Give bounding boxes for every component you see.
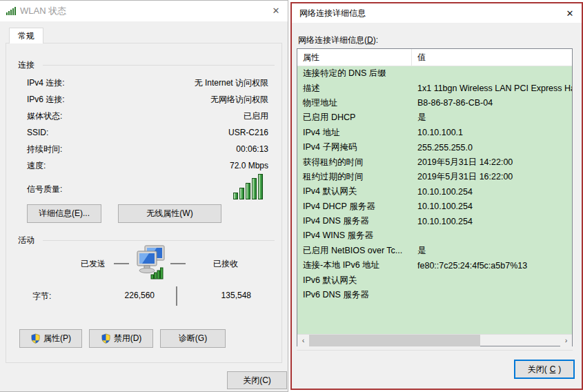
connection-row-value: 已启用 — [244, 110, 268, 122]
details-row[interactable]: IPv4 默认网关 10.10.100.254 — [297, 184, 572, 199]
properties-button-label: 属性(P) — [43, 333, 71, 344]
details-close-button[interactable]: 关闭(C) — [514, 360, 575, 379]
details-listview: 属性 值 连接特定的 DNS 后缀 描述 1x1 11bgn Wireless … — [297, 48, 573, 346]
bytes-sent-value: 226,560 — [27, 291, 155, 300]
divider — [114, 263, 129, 264]
column-header-value[interactable]: 值 — [412, 49, 572, 66]
details-row[interactable]: IPv4 DNS 服务器 10.10.100.254 — [297, 214, 572, 228]
connection-group-header: 连接 — [6, 59, 281, 71]
details-row-value: 10.10.100.1 — [412, 128, 572, 137]
details-row[interactable]: 连接特定的 DNS 后缀 — [297, 66, 572, 81]
details-row-value: 10.10.100.254 — [412, 217, 572, 226]
details-row[interactable]: IPv6 DNS 服务器 — [297, 288, 572, 302]
details-row-property: IPv4 默认网关 — [297, 186, 412, 197]
wlan-status-dialog: WLAN 状态 ✕ 常规 连接 IPv4 连接: 无 Internet 访问权限… — [0, 0, 288, 392]
details-button[interactable]: 详细信息(E)... — [27, 204, 101, 223]
details-row-property: IPv6 DNS 服务器 — [297, 289, 412, 301]
connection-detail-rows: IPv4 连接: 无 Internet 访问权限 IPv6 连接: 无网络访问权… — [27, 75, 268, 174]
connection-row: 持续时间: 00:06:13 — [27, 141, 268, 157]
diagnose-button[interactable]: 诊断(G) — [160, 329, 226, 348]
details-row[interactable]: 获得租约的时间 2019年5月31日 14:22:00 — [297, 155, 572, 169]
connection-row: IPv4 连接: 无 Internet 访问权限 — [27, 75, 268, 91]
details-row-property: 获得租约的时间 — [297, 157, 412, 168]
signal-quality-bars-icon — [233, 174, 263, 199]
wlan-dialog-title: WLAN 状态 — [20, 5, 66, 17]
details-row[interactable]: 已启用 DHCP 是 — [297, 110, 572, 125]
details-row-value: 10.10.100.254 — [412, 202, 572, 211]
details-row-value: fe80::7c25:24:4f5c:a5b7%13 — [412, 261, 572, 271]
scrollbar-thumb[interactable] — [309, 335, 480, 346]
properties-button[interactable]: 属性(P) — [19, 329, 82, 348]
details-list-label-suffix: ): — [373, 35, 378, 45]
connection-row-value: 无网络访问权限 — [210, 94, 268, 106]
horizontal-scrollbar[interactable]: ‹ › — [297, 334, 572, 346]
bytes-received-value: 135,548 — [186, 291, 251, 300]
details-row-value: 2019年5月31日 14:22:00 — [412, 157, 572, 168]
details-row-value: 2019年5月31日 16:22:00 — [412, 171, 572, 183]
details-row-value: 10.10.100.254 — [412, 187, 572, 197]
column-header-property[interactable]: 属性 — [297, 49, 412, 66]
details-row-property: IPv4 DNS 服务器 — [297, 215, 412, 227]
screen: WLAN 状态 ✕ 常规 连接 IPv4 连接: 无 Internet 访问权限… — [0, 0, 583, 392]
connection-row-label: IPv4 连接: — [27, 77, 65, 89]
details-row-property: 租约过期的时间 — [297, 171, 412, 183]
details-row[interactable]: 物理地址 B8-86-87-86-CB-04 — [297, 96, 572, 110]
details-row[interactable]: 连接-本地 IPv6 地址 fe80::7c25:24:4f5c:a5b7%13 — [297, 258, 572, 273]
details-row-property: 物理地址 — [297, 97, 412, 109]
wireless-properties-button[interactable]: 无线属性(W) — [118, 204, 221, 223]
divider — [43, 65, 275, 66]
wifi-signal-icon — [6, 7, 16, 15]
details-row-property: 连接-本地 IPv6 地址 — [297, 259, 412, 271]
signal-quality-label: 信号质量: — [27, 184, 62, 195]
details-close-label-prefix: 关闭( — [528, 364, 547, 375]
details-row[interactable]: IPv6 默认网关 — [297, 273, 572, 287]
details-row[interactable]: IPv4 地址 10.10.100.1 — [297, 126, 572, 140]
network-details-dialog: 网络连接详细信息 ✕ 网络连接详细信息(D): 属性 值 连接特定的 DNS 后… — [290, 2, 583, 390]
connection-row-value: 无 Internet 访问权限 — [195, 77, 268, 89]
wlan-close-button[interactable]: 关闭(C) — [227, 371, 287, 389]
wlan-close-button-label: 关闭(C) — [243, 375, 271, 386]
close-icon[interactable]: ✕ — [558, 3, 582, 23]
network-computers-icon — [133, 244, 166, 283]
wlan-titlebar: WLAN 状态 ✕ — [0, 1, 288, 21]
details-row-property: 已启用 NetBIOS over Tc... — [297, 245, 412, 257]
tab-general[interactable]: 常规 — [9, 28, 43, 43]
divider — [43, 240, 275, 241]
bytes-row: 字节: 226,560 135,548 — [27, 286, 268, 307]
scrollbar-track[interactable] — [309, 335, 560, 346]
wireless-properties-label: 无线属性(W) — [146, 208, 192, 219]
details-row-property: 描述 — [297, 83, 412, 95]
details-row-value: 255.255.255.0 — [412, 143, 572, 153]
details-row[interactable]: IPv4 子网掩码 255.255.255.0 — [297, 140, 572, 155]
divider — [176, 286, 177, 306]
scroll-left-icon[interactable]: ‹ — [297, 335, 309, 346]
scroll-right-icon[interactable]: › — [560, 335, 572, 346]
disable-button[interactable]: 禁用(D) — [89, 329, 153, 348]
connection-row-label: 速度: — [27, 160, 46, 172]
uac-shield-icon — [30, 333, 41, 344]
details-row-value: 是 — [412, 245, 572, 257]
details-row-value: B8-86-87-86-CB-04 — [412, 98, 572, 108]
connection-row: 媒体状态: 已启用 — [27, 108, 268, 124]
uac-shield-icon — [101, 333, 111, 344]
diagnose-button-label: 诊断(G) — [179, 333, 207, 344]
details-dialog-title: 网络连接详细信息 — [299, 8, 366, 19]
details-titlebar: 网络连接详细信息 ✕ — [292, 3, 582, 23]
connection-row-label: 媒体状态: — [27, 110, 62, 122]
close-icon[interactable]: ✕ — [264, 1, 288, 20]
details-row[interactable]: IPv4 WINS 服务器 — [297, 228, 572, 243]
disable-button-label: 禁用(D) — [114, 333, 142, 344]
divider — [170, 263, 186, 264]
connection-row-label: IPv6 连接: — [27, 94, 65, 106]
connection-row-value: USR-C216 — [228, 128, 268, 137]
details-row[interactable]: 租约过期的时间 2019年5月31日 16:22:00 — [297, 170, 572, 184]
connection-row-label: 持续时间: — [27, 144, 62, 155]
details-close-label-accel: C — [550, 364, 556, 374]
details-row[interactable]: 描述 1x1 11bgn Wireless LAN PCI Express Ha — [297, 81, 572, 95]
connection-row-value: 00:06:13 — [236, 144, 268, 154]
details-row[interactable]: 已启用 NetBIOS over Tc... 是 — [297, 244, 572, 258]
details-row[interactable]: IPv4 DHCP 服务器 10.10.100.254 — [297, 199, 572, 214]
connection-row-label: SSID: — [27, 128, 48, 137]
details-row-property: IPv4 地址 — [297, 127, 412, 139]
details-list-label: 网络连接详细信息(D): — [298, 35, 378, 46]
